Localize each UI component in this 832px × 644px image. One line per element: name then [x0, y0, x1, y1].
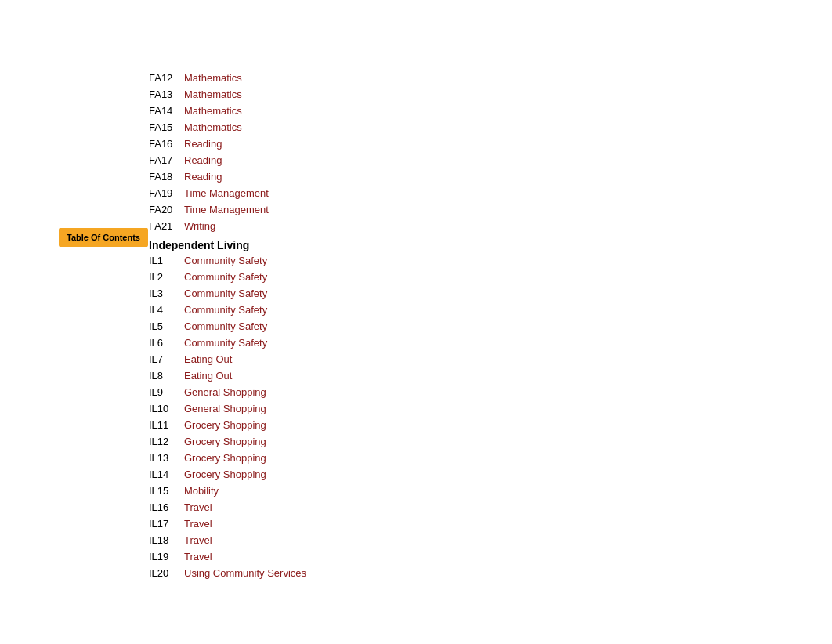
table-row: IL3Community Safety [149, 286, 306, 302]
table-row: IL1Community Safety [149, 253, 306, 269]
table-row: IL13Grocery Shopping [149, 450, 306, 466]
row-label-link[interactable]: Travel [184, 516, 212, 532]
row-code: IL20 [149, 566, 184, 581]
content-area: FA12MathematicsFA13MathematicsFA14Mathem… [149, 71, 306, 582]
table-row: FA12Mathematics [149, 71, 306, 86]
row-code: FA20 [149, 202, 184, 218]
row-label-link[interactable]: Mathematics [184, 103, 242, 119]
row-label-link[interactable]: Community Safety [184, 253, 267, 269]
table-row: IL11Grocery Shopping [149, 418, 306, 433]
row-label-link[interactable]: Grocery Shopping [184, 434, 266, 450]
table-row: FA20Time Management [149, 202, 306, 218]
row-label-link[interactable]: Grocery Shopping [184, 418, 266, 433]
row-code: IL14 [149, 467, 184, 483]
row-code: IL15 [149, 483, 184, 499]
row-code: IL13 [149, 450, 184, 466]
row-code: IL16 [149, 500, 184, 516]
section-header: Independent Living [149, 239, 306, 251]
row-code: IL5 [149, 319, 184, 335]
row-label-link[interactable]: Community Safety [184, 302, 267, 318]
row-code: IL7 [149, 352, 184, 367]
row-label-link[interactable]: Travel [184, 500, 212, 516]
row-code: IL1 [149, 253, 184, 269]
row-code: FA18 [149, 169, 184, 185]
table-row: IL20Using Community Services [149, 566, 306, 581]
row-label-link[interactable]: Time Management [184, 186, 269, 201]
row-label-link[interactable]: Community Safety [184, 335, 267, 351]
table-row: IL9General Shopping [149, 385, 306, 400]
table-row: IL2Community Safety [149, 270, 306, 285]
row-label-link[interactable]: Community Safety [184, 286, 267, 302]
row-code: IL4 [149, 302, 184, 318]
row-code: FA21 [149, 219, 184, 234]
table-row: IL14Grocery Shopping [149, 467, 306, 483]
table-row: IL19Travel [149, 549, 306, 565]
row-code: FA15 [149, 120, 184, 136]
row-label-link[interactable]: Using Community Services [184, 566, 306, 581]
table-row: IL6Community Safety [149, 335, 306, 351]
table-row: IL5Community Safety [149, 319, 306, 335]
row-label-link[interactable]: Reading [184, 136, 222, 152]
row-code: FA13 [149, 87, 184, 103]
table-row: FA15Mathematics [149, 120, 306, 136]
row-label-link[interactable]: General Shopping [184, 401, 266, 417]
row-code: IL8 [149, 368, 184, 384]
table-row: IL16Travel [149, 500, 306, 516]
row-code: IL18 [149, 533, 184, 548]
table-row: FA18Reading [149, 169, 306, 185]
row-label-link[interactable]: Time Management [184, 202, 269, 218]
row-code: FA19 [149, 186, 184, 201]
row-code: IL17 [149, 516, 184, 532]
table-row: IL15Mobility [149, 483, 306, 499]
row-label-link[interactable]: Eating Out [184, 368, 232, 384]
row-code: IL11 [149, 418, 184, 433]
row-label-link[interactable]: Mobility [184, 483, 219, 499]
row-label-link[interactable]: Mathematics [184, 120, 242, 136]
row-code: IL10 [149, 401, 184, 417]
row-label-link[interactable]: Reading [184, 169, 222, 185]
row-code: IL19 [149, 549, 184, 565]
table-row: FA19Time Management [149, 186, 306, 201]
table-row: FA21Writing [149, 219, 306, 234]
row-code: FA14 [149, 103, 184, 119]
il-rows: IL1Community SafetyIL2Community SafetyIL… [149, 253, 306, 581]
table-row: FA14Mathematics [149, 103, 306, 119]
row-label-link[interactable]: Mathematics [184, 71, 242, 86]
table-row: FA13Mathematics [149, 87, 306, 103]
table-row: IL10General Shopping [149, 401, 306, 417]
row-code: IL2 [149, 270, 184, 285]
row-code: FA16 [149, 136, 184, 152]
row-code: IL9 [149, 385, 184, 400]
row-label-link[interactable]: General Shopping [184, 385, 266, 400]
table-row: IL17Travel [149, 516, 306, 532]
row-code: FA17 [149, 153, 184, 168]
row-code: IL12 [149, 434, 184, 450]
row-label-link[interactable]: Writing [184, 219, 215, 234]
fa-rows: FA12MathematicsFA13MathematicsFA14Mathem… [149, 71, 306, 234]
row-label-link[interactable]: Grocery Shopping [184, 450, 266, 466]
table-row: FA16Reading [149, 136, 306, 152]
row-label-link[interactable]: Grocery Shopping [184, 467, 266, 483]
row-label-link[interactable]: Travel [184, 533, 212, 548]
row-code: IL3 [149, 286, 184, 302]
table-row: IL18Travel [149, 533, 306, 548]
row-label-link[interactable]: Eating Out [184, 352, 232, 367]
table-row: IL12Grocery Shopping [149, 434, 306, 450]
table-row: IL7Eating Out [149, 352, 306, 367]
row-label-link[interactable]: Community Safety [184, 270, 267, 285]
row-label-link[interactable]: Community Safety [184, 319, 267, 335]
table-row: IL8Eating Out [149, 368, 306, 384]
row-code: IL6 [149, 335, 184, 351]
row-code: FA12 [149, 71, 184, 86]
row-label-link[interactable]: Travel [184, 549, 212, 565]
table-row: FA17Reading [149, 153, 306, 168]
table-row: IL4Community Safety [149, 302, 306, 318]
row-label-link[interactable]: Mathematics [184, 87, 242, 103]
row-label-link[interactable]: Reading [184, 153, 222, 168]
table-of-contents-button[interactable]: Table Of Contents [59, 228, 148, 247]
